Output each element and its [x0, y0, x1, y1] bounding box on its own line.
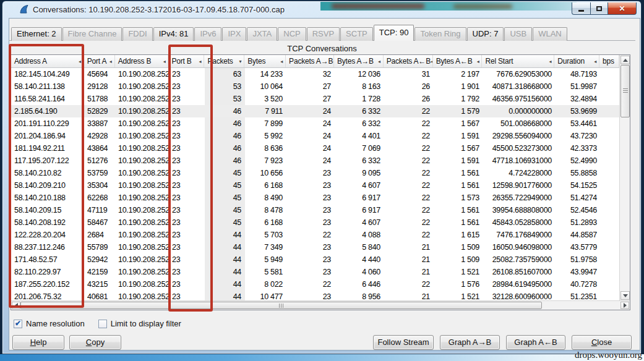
- scroll-down-button[interactable]: [620, 291, 630, 300]
- cell-duration: 53.4461: [556, 117, 601, 130]
- horizontal-scrollbar[interactable]: [11, 300, 630, 310]
- table-row[interactable]: 187.255.220.1524321510.190.208.25223448 …: [11, 278, 619, 291]
- column-header-port-b[interactable]: Port B◂: [168, 55, 204, 67]
- cell-packets-a-b: 22: [384, 229, 434, 241]
- horizontal-scroll-thumb[interactable]: [20, 302, 542, 309]
- table-row[interactable]: 2.185.64.1905282910.190.208.25223467 911…: [11, 105, 619, 117]
- column-header-packets-a-b[interactable]: Packets A←B◂: [384, 55, 433, 67]
- scroll-left-button[interactable]: [12, 302, 20, 309]
- cell-port-b: 23: [169, 291, 205, 300]
- column-header-address-b[interactable]: Address B◂: [115, 55, 169, 67]
- column-header-packets[interactable]: Packets▾: [204, 55, 244, 67]
- graph-a-b-button[interactable]: Graph A←B: [506, 335, 565, 350]
- column-header-bytes-a-b[interactable]: Bytes A←B◂: [433, 55, 483, 67]
- column-header-rel-start[interactable]: Rel Start◂: [482, 55, 554, 67]
- table-row[interactable]: 82.110.229.974215910.190.208.25223445 58…: [11, 266, 619, 278]
- cell-bytes-a-b: 8 163: [335, 80, 384, 93]
- tab-ipv4-81[interactable]: IPv4: 81: [153, 27, 194, 41]
- table-row[interactable]: 58.140.209.2103530410.190.208.25223456 1…: [11, 179, 619, 192]
- close-button[interactable]: ✕: [608, 2, 637, 15]
- column-header-bytes-a-b[interactable]: Bytes A→B◂: [334, 55, 384, 67]
- cell-bytes-a-b: 4 060: [335, 266, 384, 278]
- cell-packets-a-b: 22: [384, 216, 434, 229]
- column-header-bytes[interactable]: Bytes◂: [244, 55, 286, 67]
- blurred-background-text: [332, 4, 424, 9]
- graph-a-b-button[interactable]: Graph A→B: [440, 335, 500, 350]
- cell-bytes-a-b: 6 917: [335, 192, 384, 204]
- title-bar[interactable]: Conversations: 10.190.208.252-3.172016-0…: [2, 1, 641, 18]
- table-row[interactable]: 171.48.52.575294210.190.208.25223445 949…: [11, 253, 619, 266]
- cell-bytes-a-b: 1 792: [434, 93, 483, 105]
- cell-duration: 44.8587: [556, 229, 601, 241]
- sort-desc-icon: ▾: [239, 59, 244, 64]
- column-header-bps[interactable]: bps: [599, 55, 619, 67]
- scroll-up-button[interactable]: [620, 56, 630, 64]
- table-row[interactable]: 201.204.186.944292810.190.208.25223465 9…: [11, 130, 619, 142]
- cell-address-b: 10.190.208.252: [115, 291, 169, 300]
- table-rows: 182.145.104.2494569410.190.208.252236314…: [11, 68, 619, 300]
- cell-duration: 51.4274: [556, 192, 601, 204]
- table-row[interactable]: 117.195.207.1225127610.190.208.25223467 …: [11, 155, 619, 167]
- cell-packets-a-b: 23: [286, 266, 335, 278]
- cell-port-b: 23: [169, 253, 205, 266]
- column-header-packets-a-b[interactable]: Packets A→B◂: [286, 55, 334, 67]
- table-row[interactable]: 58.140.210.825375910.190.208.252234510 6…: [11, 167, 619, 179]
- checkbox-unchecked[interactable]: ✔: [98, 320, 107, 328]
- close-button[interactable]: Close: [572, 335, 632, 350]
- cell-address-b: 10.190.208.252: [115, 117, 169, 130]
- scroll-right-button[interactable]: [620, 302, 629, 309]
- column-header-port-a[interactable]: Port A◂: [84, 55, 115, 67]
- table-row[interactable]: 181.194.92.2114386410.190.208.25223468 6…: [11, 142, 619, 155]
- cell-duration: 53.9699: [556, 105, 601, 117]
- minimize-button[interactable]: [572, 2, 590, 15]
- vertical-scrollbar[interactable]: [619, 55, 630, 300]
- cell-rel-start: 12598.901776000: [483, 179, 556, 192]
- cell-bytes: 14 233: [245, 68, 286, 80]
- cell-packets-a-b: 22: [384, 155, 434, 167]
- cell-bytes-a-b: 6 332: [335, 117, 384, 130]
- cell-rel-start: 28984.619495000: [483, 278, 556, 291]
- tab-ethernet-2[interactable]: Ethernet: 2: [11, 27, 62, 41]
- table-row[interactable]: 122.228.20.204268410.190.208.25223445 70…: [11, 229, 619, 241]
- cell-rel-start: 501.008668000: [483, 117, 556, 130]
- cell-packets-a-b: 22: [286, 229, 335, 241]
- cell-rel-start: 40871.318668000: [483, 80, 556, 93]
- cell-bytes-a-b: 4 607: [335, 179, 384, 192]
- table-row[interactable]: 58.140.210.1886226810.190.208.25223458 4…: [11, 192, 619, 204]
- cell-rel-start: 26108.851607000: [483, 266, 556, 278]
- copy-button[interactable]: Copy: [69, 335, 121, 350]
- cell-packets-a-b: 21: [384, 253, 434, 266]
- cell-bytes-a-b: 1 561: [434, 204, 483, 216]
- column-label: Address A: [14, 57, 47, 66]
- table-row[interactable]: 182.145.104.2494569410.190.208.252236314…: [11, 68, 619, 80]
- column-arrow-icon: ◂: [594, 59, 599, 64]
- checkbox-item-limit-to-display-filter[interactable]: ✔Limit to display filter: [98, 319, 181, 328]
- vertical-scroll-thumb[interactable]: [620, 65, 630, 117]
- table-row[interactable]: 201.191.110.2293388710.190.208.25223467 …: [11, 117, 619, 130]
- cell-packets-a-b: 22: [384, 117, 434, 130]
- table-row[interactable]: 58.140.209.154711910.190.208.25223458 47…: [11, 204, 619, 216]
- column-header-duration[interactable]: Duration◂: [554, 55, 599, 67]
- cell-rel-start: 45843.052858000: [483, 216, 556, 229]
- checkbox-item-name-resolution[interactable]: ✔Name resolution: [14, 319, 85, 328]
- follow-stream-button[interactable]: Follow Stream: [373, 335, 434, 350]
- cell-port-b: 23: [169, 167, 205, 179]
- column-arrow-icon: ◂: [549, 59, 554, 64]
- table-row[interactable]: 58.140.211.1382912810.190.208.252235310 …: [11, 80, 619, 93]
- cell-bytes: 10 477: [245, 291, 286, 300]
- tab-tcp-90[interactable]: TCP: 90: [374, 25, 414, 41]
- tab-usb: USB: [504, 27, 532, 41]
- table-row[interactable]: 88.237.112.2465578910.190.208.25223447 3…: [11, 241, 619, 253]
- table-row[interactable]: 58.140.208.1925846710.190.208.25223456 1…: [11, 216, 619, 229]
- table-row[interactable]: 201.206.75.324068110.190.208.252234410 4…: [11, 291, 619, 300]
- help-button[interactable]: Help: [12, 335, 64, 350]
- cell-packets-a-b: 23: [286, 241, 335, 253]
- checkbox-checked[interactable]: ✔: [14, 320, 22, 328]
- tab-udp-7[interactable]: UDP: 7: [467, 27, 504, 41]
- cell-packets: 46: [205, 130, 245, 142]
- table-row[interactable]: 116.58.241.1645178810.190.208.25223533 5…: [11, 93, 619, 105]
- close-icon: ✕: [619, 4, 625, 13]
- maximize-button[interactable]: [590, 2, 608, 15]
- cell-rel-start: 39954.688808000: [483, 204, 556, 216]
- column-header-address-a[interactable]: Address A◂: [11, 55, 84, 67]
